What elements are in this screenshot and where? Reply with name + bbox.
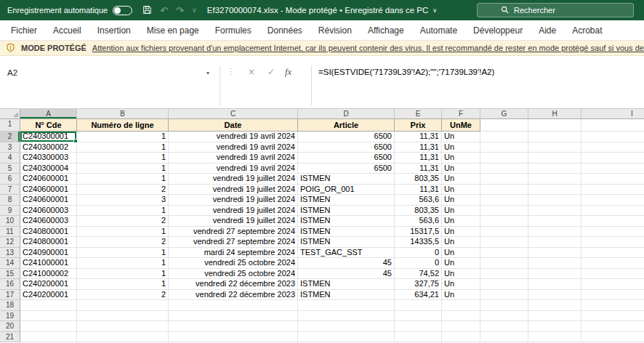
cell-H18[interactable] — [528, 300, 581, 311]
row-header-9[interactable]: 9 — [0, 206, 20, 217]
cell-H17[interactable] — [528, 290, 581, 301]
cell-I11[interactable] — [581, 227, 644, 238]
cell-D8[interactable]: ISTMEN — [298, 195, 395, 206]
cell-E9[interactable]: 803,35 — [395, 206, 442, 217]
cell-E19[interactable] — [395, 311, 442, 322]
undo-icon[interactable]: ↶ — [160, 6, 168, 15]
cell-A10[interactable]: C240600003 — [20, 216, 77, 227]
cell-C16[interactable]: vendredi 22 décembre 2023 — [169, 279, 298, 290]
column-header-E[interactable]: E — [395, 109, 442, 119]
cell-A17[interactable]: C240200001 — [20, 290, 77, 301]
cell-H4[interactable] — [528, 153, 581, 164]
cell-D4[interactable]: 6500 — [298, 153, 395, 164]
cell-B9[interactable]: 1 — [77, 206, 169, 217]
cell-C4[interactable]: vendredi 19 avril 2024 — [169, 153, 298, 164]
document-title[interactable]: Ef3270000074.xlsx - Mode protégé • Enreg… — [207, 6, 428, 15]
cell-B16[interactable]: 1 — [77, 279, 169, 290]
column-header-C[interactable]: C — [169, 109, 298, 119]
ribbon-tab-accueil[interactable]: Accueil — [45, 20, 89, 41]
row-header-10[interactable]: 10 — [0, 216, 20, 227]
search-box[interactable]: Rechercher — [477, 3, 634, 17]
cell-G1[interactable] — [480, 119, 528, 132]
column-header-I[interactable]: I — [581, 109, 644, 119]
cell-D5[interactable]: 6500 — [298, 164, 395, 174]
cell-D17[interactable]: ISTMEN — [298, 290, 395, 301]
cell-D15[interactable]: 45 — [298, 269, 395, 280]
cell-C3[interactable]: vendredi 19 avril 2024 — [169, 142, 298, 153]
cell-F9[interactable]: Un — [442, 206, 480, 217]
cell-F5[interactable]: Un — [442, 164, 480, 174]
cell-F4[interactable]: Un — [442, 153, 480, 164]
row-header-15[interactable]: 15 — [0, 269, 20, 280]
column-header-F[interactable]: F — [442, 109, 480, 119]
cell-F19[interactable] — [442, 311, 480, 322]
cell-E5[interactable]: 11,31 — [395, 164, 442, 174]
cell-I12[interactable] — [581, 237, 644, 248]
cell-F3[interactable]: Un — [442, 142, 480, 153]
row-header-5[interactable]: 5 — [0, 164, 20, 174]
enter-icon[interactable]: ✓ — [267, 67, 275, 77]
row-header-14[interactable]: 14 — [0, 258, 20, 269]
cell-A8[interactable]: C240600001 — [20, 195, 77, 206]
ribbon-tab-aide[interactable]: Aide — [531, 20, 564, 41]
cell-D10[interactable]: ISTMEN — [298, 216, 395, 227]
row-header-21[interactable]: 21 — [0, 332, 20, 343]
name-box[interactable]: A2 ▾ — [3, 65, 212, 80]
cell-I19[interactable] — [581, 311, 644, 322]
cell-H9[interactable] — [528, 206, 581, 217]
cell-C19[interactable] — [169, 311, 298, 322]
cell-C2[interactable]: vendredi 19 avril 2024 — [169, 132, 298, 142]
row-header-6[interactable]: 6 — [0, 174, 20, 185]
cell-I5[interactable] — [581, 164, 644, 174]
cell-D18[interactable] — [298, 300, 395, 311]
ribbon-tab-formules[interactable]: Formules — [207, 20, 259, 41]
row-header-16[interactable]: 16 — [0, 279, 20, 290]
cell-F14[interactable]: Un — [442, 258, 480, 269]
cell-H20[interactable] — [528, 321, 581, 332]
row-header-13[interactable]: 13 — [0, 248, 20, 259]
cell-A9[interactable]: C240600003 — [20, 206, 77, 217]
cell-I9[interactable] — [581, 206, 644, 217]
cell-F2[interactable]: Un — [442, 132, 480, 142]
cell-H6[interactable] — [528, 174, 581, 185]
cell-B15[interactable]: 1 — [77, 269, 169, 280]
cell-F6[interactable]: Un — [442, 174, 480, 185]
cell-H11[interactable] — [528, 227, 581, 238]
cell-F21[interactable] — [442, 332, 480, 343]
cell-E21[interactable] — [395, 332, 442, 343]
cell-H10[interactable] — [528, 216, 581, 227]
cell-H3[interactable] — [528, 142, 581, 153]
cell-F7[interactable]: Un — [442, 185, 480, 195]
cell-G4[interactable] — [480, 153, 528, 164]
cell-G9[interactable] — [480, 206, 528, 217]
ribbon-tab-insertion[interactable]: Insertion — [89, 20, 139, 41]
cell-I6[interactable] — [581, 174, 644, 185]
cell-I15[interactable] — [581, 269, 644, 280]
cell-D11[interactable]: ISTMEN — [298, 227, 395, 238]
cell-H8[interactable] — [528, 195, 581, 206]
cell-E3[interactable]: 11,31 — [395, 142, 442, 153]
qat-customize-chevron-icon[interactable]: ∨ — [192, 7, 197, 14]
cell-A1[interactable]: N° Cde — [20, 119, 77, 132]
column-header-D[interactable]: D — [298, 109, 395, 119]
cell-G16[interactable] — [480, 279, 528, 290]
cell-D1[interactable]: Article — [298, 119, 395, 132]
name-box-dropdown-icon[interactable]: ▾ — [206, 70, 209, 76]
cell-C15[interactable]: vendredi 25 octobre 2024 — [169, 269, 298, 280]
cell-B17[interactable]: 2 — [77, 290, 169, 301]
save-icon[interactable] — [142, 5, 152, 16]
cell-A4[interactable]: C240300003 — [20, 153, 77, 164]
cell-I3[interactable] — [581, 142, 644, 153]
cell-H5[interactable] — [528, 164, 581, 174]
cell-I20[interactable] — [581, 321, 644, 332]
cell-B19[interactable] — [77, 311, 169, 322]
cell-C7[interactable]: vendredi 19 juillet 2024 — [169, 185, 298, 195]
cell-G17[interactable] — [480, 290, 528, 301]
cell-C14[interactable]: vendredi 25 octobre 2024 — [169, 258, 298, 269]
cell-D16[interactable]: ISTMEN — [298, 279, 395, 290]
cell-D19[interactable] — [298, 311, 395, 322]
cell-D9[interactable]: ISTMEN — [298, 206, 395, 217]
column-header-A[interactable]: A — [20, 109, 77, 119]
cell-C1[interactable]: Date — [169, 119, 298, 132]
cell-H16[interactable] — [528, 279, 581, 290]
